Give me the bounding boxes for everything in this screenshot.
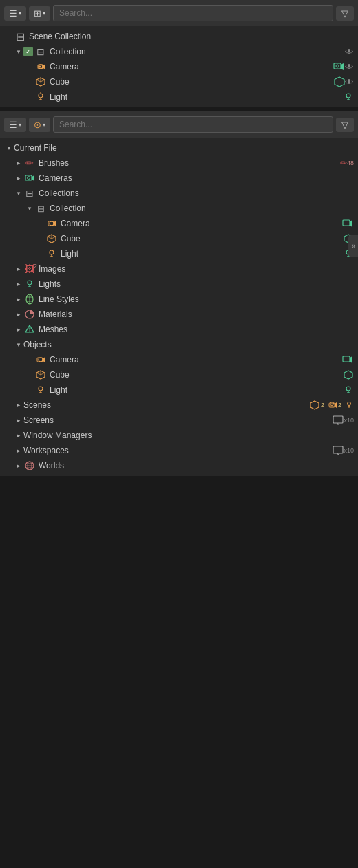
eye-icon-cube-1[interactable]: 👁: [345, 77, 354, 87]
view-icon: ☰: [9, 8, 17, 19]
collection-label: Collection: [50, 47, 345, 56]
obj-light-icon: [34, 384, 47, 396]
tree-row-coll-cube[interactable]: Cube: [0, 231, 358, 246]
search-input-1[interactable]: [53, 5, 333, 21]
svg-point-68: [330, 402, 333, 406]
tree-row-cube-1[interactable]: Cube 👁: [0, 74, 358, 89]
svg-rect-77: [333, 446, 343, 453]
tree-row-cameras[interactable]: Cameras: [0, 171, 358, 186]
eye-icon-collection[interactable]: 👁: [345, 47, 354, 57]
arrow-lights: [14, 279, 23, 289]
collections-icon: ⊟: [23, 187, 36, 199]
scene-outliner-panel: ☰ ▾ ⊞ ▾ ▽ ⊟ Scene Collection ⊟ Collectio…: [0, 0, 358, 109]
tree-row-obj-camera[interactable]: Camera: [0, 352, 358, 367]
collection-checkbox[interactable]: [23, 47, 33, 56]
tree-row-images[interactable]: 🖼2 Images: [0, 261, 358, 276]
obj-cube-badge: [343, 369, 354, 380]
coll-camera-label: Camera: [61, 219, 339, 228]
filter-icon: ▽: [341, 8, 348, 19]
tree-row-line-styles[interactable]: Line Styles: [0, 292, 358, 307]
coll-light-icon: [45, 248, 58, 260]
collection-folder-icon: ⊟: [34, 45, 47, 58]
tree-row-obj-cube[interactable]: Cube: [0, 367, 358, 382]
line-styles-icon: [23, 293, 36, 305]
svg-marker-60: [344, 371, 352, 379]
svg-rect-27: [343, 220, 350, 226]
coll-light-label: Light: [61, 249, 340, 259]
arrow-cameras: [14, 173, 23, 183]
camera-badge-1: [333, 61, 345, 73]
camera-1-label: Camera: [50, 62, 330, 72]
cube-1-label: Cube: [50, 77, 331, 87]
tree-row-coll-collection[interactable]: ⊟ Collection: [0, 201, 358, 216]
search-input-2[interactable]: [53, 116, 333, 133]
svg-line-31: [48, 237, 52, 239]
display-mode-button[interactable]: ⊞ ▾: [29, 6, 50, 21]
outliner-toolbar-1: ☰ ▾ ⊞ ▾ ▽: [0, 0, 358, 26]
arrow-coll-collection: [25, 204, 34, 213]
svg-point-12: [39, 94, 43, 98]
tree-row-coll-camera[interactable]: Camera: [0, 216, 358, 231]
tree-row-workspaces[interactable]: Workspaces x10: [0, 443, 358, 458]
svg-point-40: [28, 281, 32, 285]
tree-row-light-1[interactable]: Light: [0, 89, 358, 105]
tree-row-collection[interactable]: ⊟ Collection 👁: [0, 44, 358, 59]
svg-point-18: [346, 94, 350, 98]
coll-collection-label: Collection: [50, 204, 354, 213]
svg-point-61: [39, 387, 43, 391]
obj-camera-label: Camera: [50, 355, 339, 365]
tree-row-objects[interactable]: Objects: [0, 337, 358, 352]
collapse-panel-button[interactable]: «: [348, 235, 358, 257]
objects-label: Objects: [23, 340, 354, 349]
tree-row-worlds[interactable]: Worlds: [0, 458, 358, 473]
images-icon: 🖼2: [23, 263, 36, 275]
tree-row-materials[interactable]: Materials: [0, 307, 358, 322]
cube-object-icon: [34, 76, 47, 88]
coll-collection-icon: ⊟: [34, 202, 47, 215]
tree-row-camera-1[interactable]: Camera 👁: [0, 59, 358, 74]
chevron-down-icon-3: ▾: [19, 122, 21, 128]
view-menu-button-2[interactable]: ☰ ▾: [4, 118, 26, 132]
arrow-collection: [14, 47, 23, 56]
lights-label: Lights: [39, 279, 354, 289]
arrow-scenes: [14, 400, 23, 410]
tree-row-current-file[interactable]: Current File: [0, 140, 358, 155]
tree-row-obj-light[interactable]: Light: [0, 382, 358, 398]
cube-badge-1: [334, 76, 345, 87]
view-icon-2: ☰: [9, 120, 17, 130]
svg-line-9: [36, 80, 41, 82]
tree-row-meshes[interactable]: Meshes: [0, 322, 358, 337]
cameras-label: Cameras: [39, 173, 354, 183]
collections-label: Collections: [39, 188, 354, 198]
arrow-brushes: [14, 158, 23, 168]
obj-camera-icon: [34, 354, 47, 366]
arrow-window-managers: [14, 431, 23, 440]
svg-marker-55: [350, 356, 352, 363]
arrow-meshes: [14, 325, 23, 334]
tree-row-window-managers[interactable]: Window Managers: [0, 428, 358, 443]
arrow-current-file: [4, 143, 14, 153]
tree-row-lights[interactable]: Lights: [0, 276, 358, 292]
arrow-images: [14, 264, 23, 274]
light-badge-1: [343, 91, 354, 102]
filter-button-2[interactable]: ▽: [336, 118, 354, 132]
eye-icon-camera-1[interactable]: 👁: [345, 62, 354, 72]
outliner-toolbar-2: ☰ ▾ ⊙ ▾ ▽: [0, 111, 358, 138]
tree-row-collections[interactable]: ⊟ Collections: [0, 186, 358, 201]
blender-mode-button[interactable]: ⊙ ▾: [29, 118, 50, 132]
chevron-left-icon: «: [351, 242, 355, 250]
light-1-label: Light: [50, 92, 340, 102]
view-menu-button[interactable]: ☰ ▾: [4, 6, 26, 21]
tree-row-scenes[interactable]: Scenes 2 2: [0, 398, 358, 413]
tree-row-brushes[interactable]: ✏ Brushes ✏48: [0, 155, 358, 171]
filter-button-1[interactable]: ▽: [336, 6, 354, 21]
tree-row-screens[interactable]: Screens x10: [0, 413, 358, 428]
arrow-materials: [14, 310, 23, 319]
svg-point-3: [39, 66, 41, 68]
obj-light-badge: [343, 384, 354, 395]
svg-marker-67: [310, 401, 319, 409]
data-outliner-panel: ☰ ▾ ⊙ ▾ ▽ Current File ✏ Brushes ✏48: [0, 111, 358, 477]
tree-row-coll-light[interactable]: Light: [0, 246, 358, 261]
tree-row-scene-collection[interactable]: ⊟ Scene Collection: [0, 29, 358, 44]
svg-rect-4: [334, 63, 341, 69]
